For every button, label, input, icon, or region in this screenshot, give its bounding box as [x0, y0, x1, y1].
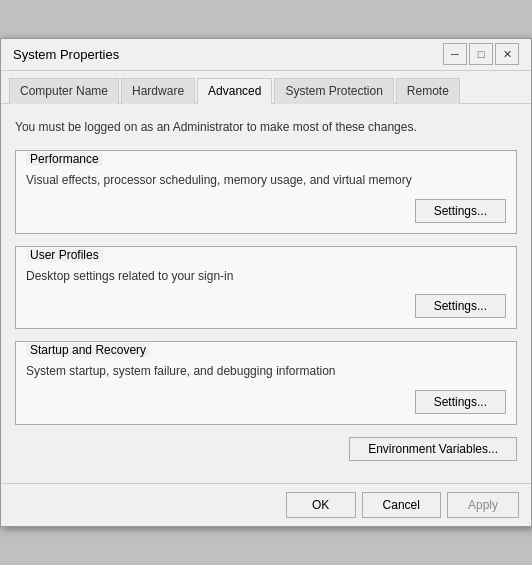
startup-recovery-settings-button[interactable]: Settings... [415, 390, 506, 414]
performance-settings-button[interactable]: Settings... [415, 199, 506, 223]
title-bar-left: System Properties [13, 47, 119, 62]
title-bar: System Properties ─ □ ✕ [1, 39, 531, 71]
tab-content: You must be logged on as an Administrato… [1, 104, 531, 483]
minimize-button[interactable]: ─ [443, 43, 467, 65]
user-profiles-settings-button[interactable]: Settings... [415, 294, 506, 318]
startup-recovery-section-title: Startup and Recovery [26, 343, 150, 357]
performance-btn-row: Settings... [26, 199, 506, 223]
user-profiles-section: User Profiles Desktop settings related t… [15, 246, 517, 330]
ok-button[interactable]: OK [286, 492, 356, 518]
tab-system-protection[interactable]: System Protection [274, 78, 393, 104]
user-profiles-btn-row: Settings... [26, 294, 506, 318]
startup-recovery-section-desc: System startup, system failure, and debu… [26, 363, 506, 380]
tab-advanced[interactable]: Advanced [197, 78, 272, 104]
tab-remote[interactable]: Remote [396, 78, 460, 104]
user-profiles-section-title: User Profiles [26, 248, 103, 262]
maximize-button[interactable]: □ [469, 43, 493, 65]
performance-section-desc: Visual effects, processor scheduling, me… [26, 172, 506, 189]
startup-recovery-btn-row: Settings... [26, 390, 506, 414]
footer: OK Cancel Apply [1, 483, 531, 526]
cancel-button[interactable]: Cancel [362, 492, 441, 518]
title-controls: ─ □ ✕ [443, 43, 519, 65]
apply-button[interactable]: Apply [447, 492, 519, 518]
performance-section-title: Performance [26, 152, 103, 166]
environment-variables-button[interactable]: Environment Variables... [349, 437, 517, 461]
tab-bar: Computer Name Hardware Advanced System P… [1, 71, 531, 104]
tab-hardware[interactable]: Hardware [121, 78, 195, 104]
performance-section: Performance Visual effects, processor sc… [15, 150, 517, 234]
env-variables-row: Environment Variables... [15, 437, 517, 461]
user-profiles-section-desc: Desktop settings related to your sign-in [26, 268, 506, 285]
startup-recovery-section: Startup and Recovery System startup, sys… [15, 341, 517, 425]
close-button[interactable]: ✕ [495, 43, 519, 65]
window-title: System Properties [13, 47, 119, 62]
tab-computer-name[interactable]: Computer Name [9, 78, 119, 104]
admin-notice: You must be logged on as an Administrato… [15, 116, 517, 138]
system-properties-window: System Properties ─ □ ✕ Computer Name Ha… [0, 38, 532, 527]
